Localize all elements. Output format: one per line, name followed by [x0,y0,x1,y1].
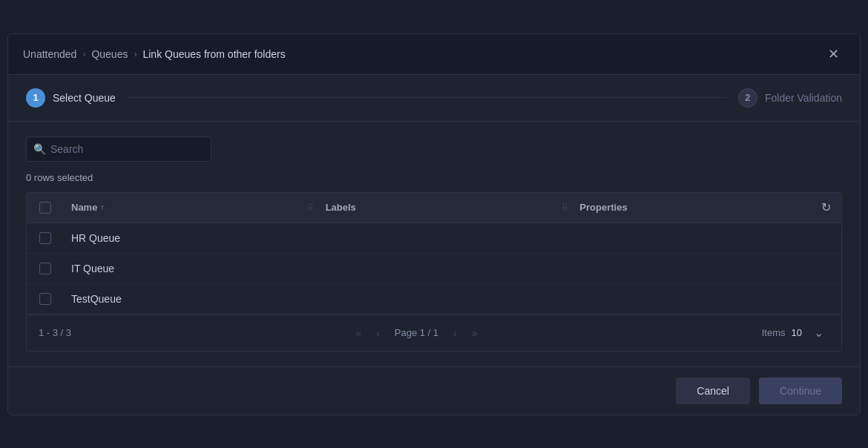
row-2-properties [572,260,812,277]
row-2-checkbox[interactable] [39,263,51,274]
row-3-properties [572,290,812,308]
row-2-labels [318,260,558,277]
row-2-name: IT Queue [64,254,303,283]
sort-arrow-icon: ↑ [100,203,104,211]
step-2: 2 Folder Validation [738,88,842,108]
step-1: 1 Select Queue [26,88,116,108]
select-all-checkbox[interactable] [39,202,51,214]
row-1-name: HR Queue [64,223,303,253]
row-3-drag [303,290,318,308]
modal-body: 🔍 0 rows selected Name ↑ ⠿ Labels ⠿ [8,122,860,366]
column-header-labels[interactable]: Labels [318,193,558,222]
breadcrumb-unattended: Unattended [23,48,76,60]
row-1-labels [318,229,558,247]
column-labels-label: Labels [326,202,356,213]
page-controls: « ‹ Page 1 / 1 › » [349,325,483,341]
refresh-button[interactable]: ↻ [815,194,837,220]
row-1-drag2 [557,229,572,247]
modal-container: Unattended › Queues › Link Queues from o… [7,33,861,415]
table-header: Name ↑ ⠿ Labels ⠿ Properties ↻ [27,193,841,223]
breadcrumb: Unattended › Queues › Link Queues from o… [23,48,286,60]
step-1-circle: 1 [26,88,45,108]
row-1-properties [572,229,812,247]
breadcrumb-chevron-1: › [82,49,85,59]
step-2-label: Folder Validation [765,92,842,104]
search-input[interactable] [26,136,211,162]
column-header-name[interactable]: Name ↑ [64,193,303,222]
modal-footer: Cancel Continue [8,366,860,415]
breadcrumb-current: Link Queues from other folders [142,48,285,60]
row-2-actions [812,260,841,277]
cancel-button[interactable]: Cancel [676,378,750,404]
first-page-button[interactable]: « [349,325,367,341]
header-checkbox-cell [27,193,64,223]
table-row: HR Queue [27,223,841,254]
row-2-drag [303,260,318,277]
items-dropdown-button[interactable]: ⌄ [808,324,829,342]
close-button[interactable]: ✕ [822,45,845,64]
modal-header: Unattended › Queues › Link Queues from o… [8,34,860,75]
continue-button[interactable]: Continue [759,378,842,404]
data-table: Name ↑ ⠿ Labels ⠿ Properties ↻ [26,192,842,352]
row-1-actions [812,229,841,247]
column-header-properties[interactable]: Properties [572,193,812,222]
row-3-checkbox[interactable] [39,293,51,305]
row-2-checkbox-cell [27,254,64,283]
column-name-label: Name [71,202,97,213]
next-page-button[interactable]: › [447,325,463,341]
step-1-label: Select Queue [53,92,116,104]
row-3-actions [812,290,841,308]
row-1-checkbox[interactable] [39,232,51,244]
row-3-checkbox-cell [27,284,64,314]
pagination-bar: 1 - 3 / 3 « ‹ Page 1 / 1 › » Items 10 ⌄ [27,314,841,351]
step-2-circle: 2 [738,88,757,108]
row-3-labels [318,290,558,308]
row-1-drag [303,229,318,247]
steps-bar: 1 Select Queue 2 Folder Validation [8,75,860,122]
breadcrumb-queues: Queues [91,48,128,60]
column-properties-label: Properties [579,202,627,213]
row-1-checkbox-cell [27,223,64,253]
page-range: 1 - 3 / 3 [39,327,71,338]
row-3-name: TestQueue [64,284,303,314]
prev-page-button[interactable]: ‹ [370,325,386,341]
table-row: TestQueue [27,284,841,314]
table-row: IT Queue [27,254,841,284]
row-3-drag2 [557,290,572,308]
page-label: Page 1 / 1 [395,327,438,338]
items-label: Items [762,327,786,338]
row-2-drag2 [557,260,572,277]
items-count: 10 [792,327,802,338]
search-container: 🔍 [26,136,211,162]
items-per-page-control: Items 10 ⌄ [762,324,829,342]
last-page-button[interactable]: » [466,325,484,341]
drag-handle-1: ⠿ [303,194,318,222]
step-line [128,97,726,98]
drag-handle-2: ⠿ [557,194,572,222]
rows-selected-label: 0 rows selected [26,172,842,183]
breadcrumb-chevron-2: › [134,49,137,59]
